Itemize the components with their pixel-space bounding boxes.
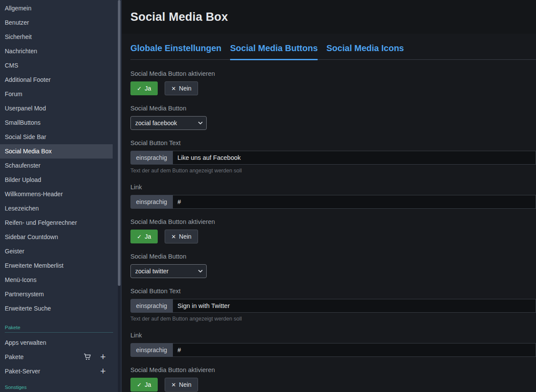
sidebar-item-additional-footer[interactable]: Additional Footer [0, 73, 113, 87]
yes-no-toggle: ✓Ja ✕Nein [130, 230, 536, 243]
sidebar-item-smallbuttons[interactable]: SmallButtons [0, 116, 113, 130]
form-group-button-select: Social Media Button zocial twitter [130, 253, 536, 278]
help-text: Text der auf dem Button angezeigt werden… [130, 316, 536, 322]
help-text: Text der auf dem Button angezeigt werden… [130, 168, 536, 174]
sidebar-item-social-side-bar[interactable]: Social Side Bar [0, 130, 113, 144]
tab-globale-einstellungen[interactable]: Globale Einstellungen [130, 43, 221, 60]
app-root: Allgemein Benutzer Sicherheit Nachrichte… [0, 0, 536, 392]
sidebar-item-erweiterte-suche[interactable]: Erweiterte Suche [0, 301, 113, 316]
yes-button[interactable]: ✓Ja [130, 378, 158, 392]
page-header: Social Media Box [122, 0, 536, 34]
sidebar-item-social-media-box[interactable]: Social Media Box [0, 144, 113, 159]
no-button[interactable]: ✕Nein [165, 230, 198, 243]
plus-icon[interactable]: + [100, 367, 106, 376]
sidebar-item-cms[interactable]: CMS [0, 58, 113, 73]
form-group-activate: Social Media Button aktivieren ✓Ja ✕Nein [130, 218, 536, 243]
social-button-text-input[interactable] [173, 151, 536, 165]
sidebar-item-label: Apps verwalten [5, 339, 46, 346]
tab-social-media-icons[interactable]: Social Media Icons [326, 43, 404, 60]
settings-panel: Globale Einstellungen Social Media Butto… [130, 34, 536, 392]
language-badge: einsprachig [130, 299, 173, 313]
sidebar-item-reifen-und-felgenrechner[interactable]: Reifen- und Felgenrechner [0, 216, 113, 230]
sidebar-item-allgemein[interactable]: Allgemein [0, 1, 113, 16]
social-button-text-input[interactable] [173, 299, 536, 313]
check-icon: ✓ [137, 382, 142, 388]
section-divider [5, 332, 113, 333]
field-label: Social Media Button aktivieren [130, 218, 536, 226]
language-badge: einsprachig [130, 195, 173, 209]
language-badge: einsprachig [130, 343, 173, 357]
sidebar-item-erweiterte-memberlist[interactable]: Erweiterte Memberlist [0, 259, 113, 273]
link-input[interactable] [173, 343, 536, 357]
yes-no-toggle: ✓Ja ✕Nein [130, 378, 536, 392]
sidebar: Allgemein Benutzer Sicherheit Nachrichte… [0, 0, 122, 392]
cart-icon[interactable] [83, 353, 91, 361]
sidebar-item-willkommens-header[interactable]: Willkommens-Header [0, 187, 113, 201]
sidebar-item-userpanel-mod[interactable]: Userpanel Mod [0, 101, 113, 116]
yes-no-toggle: ✓Ja ✕Nein [130, 81, 536, 95]
sidebar-section-sonstiges: Sonstiges [0, 384, 122, 390]
tab-bar: Globale Einstellungen Social Media Butto… [130, 43, 536, 60]
language-badge: einsprachig [130, 151, 173, 165]
cross-icon: ✕ [171, 234, 176, 240]
form-group-button-text: Social Button Text einsprachig Text der … [130, 139, 536, 174]
form-group-link: Link einsprachig [130, 184, 536, 209]
input-group: einsprachig [130, 343, 536, 357]
check-icon: ✓ [137, 234, 142, 240]
settings-form: Social Media Button aktivieren ✓Ja ✕Nein… [130, 60, 536, 392]
input-group: einsprachig [130, 299, 536, 313]
tab-social-media-buttons[interactable]: Social Media Buttons [230, 43, 318, 60]
form-group-button-text: Social Button Text einsprachig Text der … [130, 288, 536, 322]
sidebar-item-sidebar-countdown[interactable]: Sidebar Countdown [0, 230, 113, 244]
cross-icon: ✕ [171, 382, 176, 388]
sidebar-item-lesezeichen[interactable]: Lesezeichen [0, 201, 113, 216]
sidebar-item-nachrichten[interactable]: Nachrichten [0, 44, 113, 58]
sidebar-item-apps-verwalten[interactable]: Apps verwalten [0, 335, 113, 350]
yes-button[interactable]: ✓Ja [130, 230, 158, 243]
sidebar-item-bilder-upload[interactable]: Bilder Upload [0, 173, 113, 187]
field-label: Link [130, 332, 536, 339]
field-label: Social Media Button aktivieren [130, 70, 536, 78]
main-content: Social Media Box Globale Einstellungen S… [122, 0, 536, 392]
field-label: Social Button Text [130, 288, 536, 295]
form-group-link: Link einsprachig [130, 332, 536, 357]
form-group-button-select: Social Media Button zocial facebook [130, 105, 536, 130]
sidebar-item-paket-server[interactable]: Paket-Server + [0, 364, 113, 378]
sidebar-item-schaufenster[interactable]: Schaufenster [0, 159, 113, 173]
no-button[interactable]: ✕Nein [165, 378, 198, 392]
form-group-activate: Social Media Button aktivieren ✓Ja ✕Nein [130, 366, 536, 392]
field-label: Social Button Text [130, 139, 536, 147]
yes-button[interactable]: ✓Ja [130, 81, 158, 95]
field-label: Social Media Button [130, 105, 536, 112]
link-input[interactable] [173, 195, 536, 209]
section-title-sonstiges: Sonstiges [0, 384, 122, 390]
sidebar-item-label: Pakete [5, 353, 24, 360]
sidebar-item-benutzer[interactable]: Benutzer [0, 16, 113, 30]
sidebar-item-menue-icons[interactable]: Menü-Icons [0, 273, 113, 287]
check-icon: ✓ [137, 86, 142, 91]
input-group: einsprachig [130, 151, 536, 165]
field-label: Social Media Button aktivieren [130, 366, 536, 374]
sidebar-item-forum[interactable]: Forum [0, 87, 113, 101]
sidebar-section-pakete: Pakete Apps verwalten Pakete + Paket-Ser… [0, 324, 122, 378]
sidebar-item-geister[interactable]: Geister [0, 244, 113, 259]
select-wrapper: zocial facebook [130, 116, 207, 130]
sidebar-item-label: Paket-Server [5, 368, 40, 375]
sidebar-item-pakete[interactable]: Pakete + [0, 350, 113, 364]
select-wrapper: zocial twitter [130, 264, 207, 278]
sidebar-nav: Allgemein Benutzer Sicherheit Nachrichte… [0, 1, 122, 390]
field-label: Social Media Button [130, 253, 536, 260]
section-title-pakete: Pakete [0, 324, 122, 330]
sidebar-item-partnersystem[interactable]: Partnersystem [0, 287, 113, 301]
sidebar-scrollbar-thumb[interactable] [118, 0, 120, 286]
input-group: einsprachig [130, 195, 536, 209]
social-media-button-select[interactable]: zocial facebook [130, 116, 207, 130]
no-button[interactable]: ✕Nein [165, 81, 198, 95]
cross-icon: ✕ [171, 86, 176, 91]
page-title: Social Media Box [130, 10, 228, 24]
social-media-button-select[interactable]: zocial twitter [130, 264, 207, 278]
sidebar-item-sicherheit[interactable]: Sicherheit [0, 30, 113, 44]
form-group-activate: Social Media Button aktivieren ✓Ja ✕Nein [130, 70, 536, 95]
plus-icon[interactable]: + [100, 353, 106, 361]
field-label: Link [130, 184, 536, 191]
